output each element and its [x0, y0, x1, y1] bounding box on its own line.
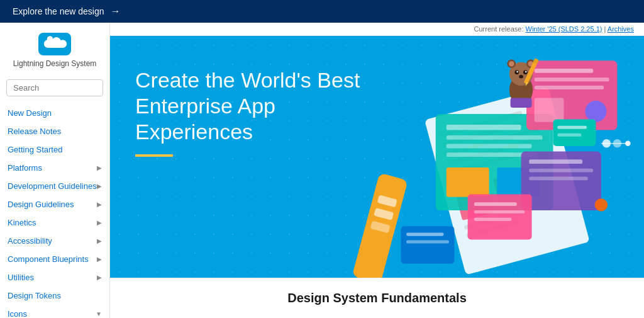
main-layout: Lightning Design System New Design Relea…	[0, 23, 644, 318]
sidebar-item-utilities[interactable]: Utilities ▶	[0, 268, 109, 287]
svg-rect-19	[535, 77, 609, 81]
chevron-right-icon: ▶	[97, 274, 102, 281]
svg-rect-31	[468, 194, 532, 239]
hero-text: Create the World's Best Enterprise App E…	[135, 67, 360, 157]
svg-point-53	[525, 71, 527, 73]
banner-arrow: →	[111, 6, 121, 17]
sidebar-item-component-blueprints[interactable]: Component Blueprints ▶	[0, 250, 109, 268]
sidebar-item-new-design[interactable]: New Design	[0, 104, 109, 122]
svg-point-22	[586, 101, 607, 122]
svg-point-60	[625, 141, 630, 146]
chevron-right-icon: ▶	[97, 219, 102, 226]
sidebar-item-release-notes[interactable]: Release Notes	[0, 122, 109, 140]
svg-point-40	[595, 198, 608, 211]
svg-rect-15	[447, 168, 489, 197]
svg-rect-25	[529, 169, 593, 173]
svg-rect-20	[535, 86, 604, 89]
svg-point-54	[519, 75, 523, 78]
sidebar-item-accessibility[interactable]: Accessibility ▶	[0, 232, 109, 250]
svg-rect-34	[474, 218, 511, 221]
top-banner[interactable]: Explore the new design →	[0, 0, 644, 23]
svg-rect-33	[474, 210, 525, 213]
banner-text: Explore the new design	[13, 6, 104, 16]
salesforce-logo-svg	[43, 36, 67, 52]
hero-section: Create the World's Best Enterprise App E…	[110, 36, 644, 278]
svg-rect-24	[529, 159, 582, 164]
release-prefix: Current release:	[474, 25, 524, 33]
release-separator: |	[604, 25, 606, 33]
chevron-right-icon: ▶	[97, 183, 102, 190]
svg-rect-35	[553, 120, 596, 146]
sidebar-item-icons[interactable]: Icons ▼	[0, 305, 109, 318]
svg-rect-12	[447, 135, 543, 140]
sidebar-item-platforms[interactable]: Platforms ▶	[0, 159, 109, 177]
archives-link[interactable]: Archives	[608, 25, 634, 33]
sidebar-system-title: Lightning Design System	[13, 59, 97, 69]
salesforce-logo	[38, 33, 71, 55]
chevron-right-icon: ▶	[97, 164, 102, 171]
svg-rect-43	[406, 240, 449, 243]
fundamentals-title: Design System Fundamentals	[123, 291, 631, 305]
fundamentals-section: Design System Fundamentals	[110, 278, 644, 318]
chevron-right-icon: ▶	[97, 256, 102, 263]
search-input[interactable]	[6, 79, 103, 96]
chevron-down-icon: ▼	[96, 310, 102, 317]
svg-rect-37	[557, 133, 581, 137]
release-link[interactable]: Winter '25 (SLDS 2.25.1)	[526, 25, 602, 33]
svg-point-48	[509, 61, 514, 66]
svg-rect-41	[401, 226, 455, 263]
sidebar-item-getting-started[interactable]: Getting Started	[0, 140, 109, 159]
svg-rect-11	[447, 125, 521, 130]
sidebar-item-development-guidelines[interactable]: Development Guidelines ▶	[0, 177, 109, 195]
hero-underline	[135, 154, 173, 157]
svg-rect-58	[511, 98, 532, 108]
sidebar-item-kinetics[interactable]: Kinetics ▶	[0, 213, 109, 232]
svg-rect-42	[406, 233, 443, 236]
release-bar: Current release: Winter '25 (SLDS 2.25.1…	[110, 23, 644, 36]
sidebar: Lightning Design System New Design Relea…	[0, 23, 110, 318]
chevron-right-icon: ▶	[97, 201, 102, 208]
svg-rect-26	[529, 176, 587, 180]
svg-rect-13	[447, 144, 532, 149]
sidebar-item-design-guidelines[interactable]: Design Guidelines ▶	[0, 195, 109, 213]
sidebar-logo-area: Lightning Design System	[0, 23, 109, 74]
svg-rect-32	[474, 202, 517, 206]
svg-rect-21	[535, 98, 564, 122]
chevron-right-icon: ▶	[97, 237, 102, 244]
svg-rect-36	[557, 126, 587, 129]
sidebar-nav: New Design Release Notes Getting Started…	[0, 101, 109, 318]
svg-rect-18	[535, 69, 593, 73]
sidebar-item-design-tokens[interactable]: Design Tokens	[0, 287, 109, 305]
hero-title: Create the World's Best Enterprise App E…	[135, 67, 360, 144]
svg-point-52	[517, 71, 519, 73]
content-area: Current release: Winter '25 (SLDS 2.25.1…	[110, 23, 644, 318]
